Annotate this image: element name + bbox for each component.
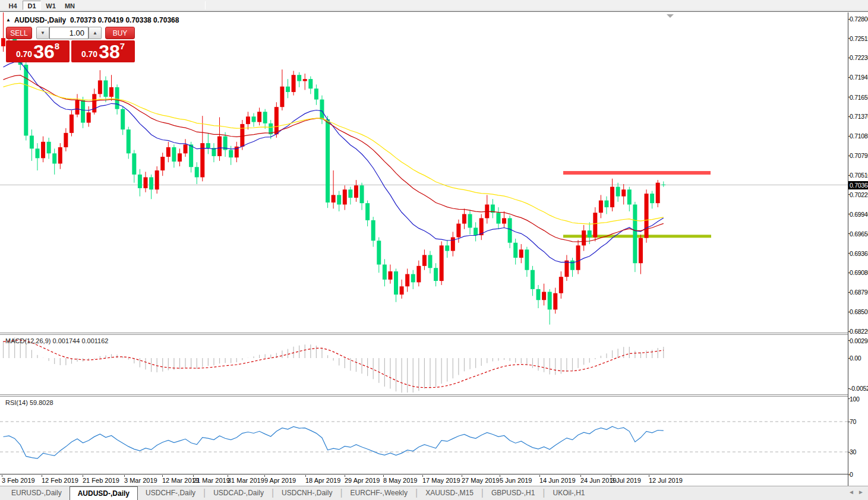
date-label: 3 Feb 2019 — [2, 477, 35, 484]
volume-decrease-button[interactable]: ▼ — [36, 27, 49, 39]
sell-price-pip-digit: 8 — [55, 41, 59, 51]
price-tick-0.72800: 0.72800 — [850, 15, 868, 23]
price-tick-0.70225: 0.70225 — [850, 191, 868, 198]
date-label: 27 May 2019 — [462, 477, 500, 484]
price-tick-0.72515: 0.72515 — [850, 35, 868, 42]
chart-shift-marker-icon[interactable] — [667, 14, 674, 18]
tab-scroll-right-icon[interactable]: ► — [856, 489, 866, 495]
timeframe-mn-button[interactable]: MN — [61, 1, 79, 10]
price-tick-0.68795: 0.68795 — [850, 289, 868, 296]
volume-input[interactable] — [49, 27, 89, 39]
volume-increase-button[interactable]: ▲ — [89, 27, 102, 39]
chart-plot-area: ▲AUDUSD-,Daily 0.70373 0.70419 0.70338 0… — [0, 12, 848, 486]
date-label: 29 Apr 2019 — [345, 477, 380, 484]
date-label: 14 Jun 2019 — [539, 477, 576, 484]
date-label: 31 Mar 2019 — [228, 477, 264, 484]
chart-tab-usdcnh-daily[interactable]: USDCNH-,Daily — [274, 486, 340, 500]
buy-price-display[interactable]: 0.70 38 7 — [71, 40, 135, 62]
chart-tab-eurusd-daily[interactable]: EURUSD-,Daily — [4, 486, 70, 500]
buy-price-base: 0.70 — [81, 49, 97, 59]
macd-tick--0.005256: -0.005256 — [850, 385, 868, 392]
timeframe-toolbar: H4 D1 W1 MN — [0, 0, 868, 11]
date-label: 8 May 2019 — [383, 477, 417, 484]
price-tick-0.72230: 0.72230 — [850, 54, 868, 61]
date-label: 3 Jul 2019 — [611, 477, 641, 484]
rsi-tick-70: 70 — [850, 418, 856, 425]
price-tick-0.69365: 0.69365 — [850, 250, 868, 257]
sell-button[interactable]: SELL — [6, 27, 32, 39]
date-label: 21 Mar 2019 — [193, 477, 230, 484]
price-tick-0.69650: 0.69650 — [850, 230, 868, 238]
chart-tab-usdchf-daily[interactable]: USDCHF-,Daily — [138, 486, 203, 500]
price-tick-0.68505: 0.68505 — [850, 308, 868, 315]
price-tick-0.71655: 0.71655 — [850, 94, 868, 101]
timeframe-h4-button[interactable]: H4 — [4, 1, 22, 10]
chart-tab-eurchf-weekly[interactable]: EURCHF-,Weekly — [343, 486, 415, 500]
timeframe-w1-button[interactable]: W1 — [42, 1, 60, 10]
sell-price-display[interactable]: 0.70 36 8 — [6, 40, 70, 62]
trading-app: H4 D1 W1 MN ▲AUDUSD-,Daily 0.70373 0.704… — [0, 0, 868, 500]
price-scale[interactable]: 0.728000.725150.722300.719450.716550.713… — [848, 12, 868, 486]
date-label: 12 Jul 2019 — [649, 477, 683, 484]
timeframe-d1-button[interactable]: D1 — [23, 1, 41, 10]
rsi-label: RSI(14) 59.8028 — [5, 399, 53, 406]
tab-scroll-arrows: ◄► — [847, 489, 866, 495]
macd-indicator-chart[interactable] — [0, 335, 848, 394]
date-axis[interactable]: 3 Feb 201912 Feb 201921 Feb 20193 Mar 20… — [0, 475, 848, 486]
rsi-tick-100: 100 — [850, 395, 860, 403]
buy-price-pip-digit: 7 — [120, 41, 125, 51]
one-click-trade-panel: SELL ▼ ▲ BUY 0.70 36 8 0.70 38 7 — [6, 27, 135, 62]
date-label: 18 Apr 2019 — [305, 477, 340, 484]
chart-title: ▲AUDUSD-,Daily 0.70373 0.70419 0.70338 0… — [6, 16, 179, 24]
price-tick-0.69080: 0.69080 — [850, 269, 868, 276]
symbol-tab-bar: EURUSD-,DailyAUDUSD-,DailyUSDCHF-,Daily|… — [0, 486, 868, 500]
macd-label: MACD(12,26,9) 0.001744 0.001162 — [5, 337, 108, 344]
date-label: 3 Mar 2019 — [124, 477, 157, 484]
rsi-tick-0: 0 — [850, 471, 853, 478]
date-label: 17 May 2019 — [422, 477, 460, 484]
macd-tick-0.002984: 0.002984 — [850, 337, 868, 344]
chart-tab-gbpusd-h1[interactable]: GBPUSD-,H1 — [484, 486, 542, 500]
rsi-indicator-chart[interactable] — [0, 397, 848, 474]
price-tick-0.71370: 0.71370 — [850, 113, 868, 120]
chart-window: ▲AUDUSD-,Daily 0.70373 0.70419 0.70338 0… — [0, 11, 868, 486]
sell-price-big-digits: 36 — [33, 42, 55, 61]
price-tick-0.69940: 0.69940 — [850, 211, 868, 218]
current-price-badge: 0.70368 — [848, 181, 868, 189]
chart-tab-ukoil-h1[interactable]: UKOil-,H1 — [545, 486, 593, 500]
chart-ohlc-values: 0.70373 0.70419 0.70338 0.70368 — [70, 16, 179, 24]
date-label: 9 Apr 2019 — [264, 477, 296, 484]
collapse-panel-icon[interactable]: ▲ — [6, 17, 11, 23]
sell-price-base: 0.70 — [16, 49, 32, 59]
price-tick-0.71945: 0.71945 — [850, 74, 868, 81]
tab-scroll-left-icon[interactable]: ◄ — [847, 489, 856, 495]
date-label: 12 Feb 2019 — [42, 477, 78, 484]
chart-symbol-label: AUDUSD-,Daily — [14, 16, 66, 24]
price-tick-0.70795: 0.70795 — [850, 152, 868, 159]
chart-tab-usdcad-daily[interactable]: USDCAD-,Daily — [206, 486, 272, 500]
buy-price-big-digits: 38 — [99, 42, 120, 61]
chart-tab-xauusd-m15[interactable]: XAUUSD-,M15 — [418, 486, 481, 500]
macd-tick-0.00: 0.00 — [850, 355, 861, 362]
price-tick-0.68220: 0.68220 — [850, 328, 868, 335]
rsi-tick-30: 30 — [850, 448, 856, 455]
date-label: 5 Jun 2019 — [500, 477, 532, 484]
buy-button[interactable]: BUY — [105, 27, 135, 39]
price-tick-0.70510: 0.70510 — [850, 172, 868, 179]
toolbar-separator — [205, 1, 206, 10]
price-tick-0.71085: 0.71085 — [850, 132, 868, 140]
date-label: 21 Feb 2019 — [83, 477, 119, 484]
chart-tab-audusd-daily[interactable]: AUDUSD-,Daily — [70, 486, 138, 500]
axis-border-line — [0, 474, 868, 474]
